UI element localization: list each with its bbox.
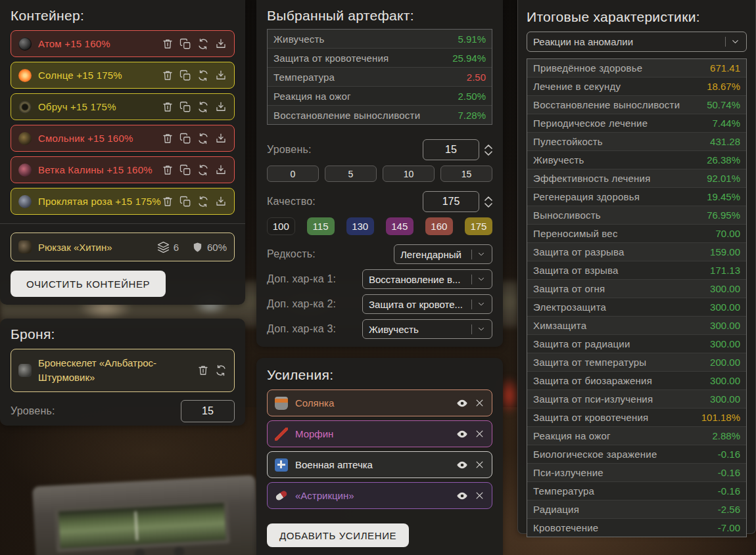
container-item[interactable]: Атом +15 160% — [11, 30, 235, 57]
spinner-down-icon[interactable] — [484, 203, 492, 208]
clear-container-button[interactable]: ОЧИСТИТЬ КОНТЕЙНЕР — [11, 271, 166, 297]
spinner-down-icon[interactable] — [484, 151, 492, 156]
boost-item[interactable]: Военная аптечка — [267, 451, 492, 478]
backpack-item[interactable]: Рюкзак «Хитин» 6 60% — [11, 233, 235, 261]
stat-label: Защита от биозаражения — [533, 375, 652, 386]
stat-label: Пулестойкость — [533, 136, 603, 147]
total-stat-row: Температура-0.16 — [527, 481, 746, 500]
armor-level-input[interactable] — [181, 400, 235, 422]
quality-input[interactable] — [423, 191, 479, 212]
extra-stat-3-select[interactable]: Живучесть — [362, 319, 492, 339]
totals-table: Приведённое здоровье671.41 Лечение в сек… — [527, 58, 747, 537]
quality-label: Качество: — [267, 196, 423, 208]
eye-icon[interactable] — [456, 397, 469, 409]
stat-label: Защита от взрыва — [533, 265, 619, 276]
stat-label: Защита от разрыва — [533, 246, 624, 257]
boost-item-label: «Астрикцин» — [295, 490, 354, 501]
radio-dial — [55, 499, 230, 552]
spinner-up-icon[interactable] — [484, 144, 492, 149]
quality-preset-button[interactable]: 100 — [267, 217, 295, 235]
stat-label: Лечение в секунду — [533, 81, 621, 92]
level-preset-button[interactable]: 0 — [267, 166, 319, 182]
total-stat-row: Защита от температуры200.00 — [527, 353, 746, 371]
stat-row: Защита от кровотечения 25.94% — [268, 48, 492, 67]
quality-preset-button[interactable]: 130 — [346, 217, 374, 235]
close-icon[interactable] — [475, 398, 484, 408]
stat-label: Периодическое лечение — [533, 118, 648, 129]
level-preset-button[interactable]: 15 — [440, 166, 492, 182]
trash-icon[interactable] — [162, 70, 174, 81]
copy-icon[interactable] — [179, 101, 191, 113]
stat-label: Биологическое заражение — [533, 449, 657, 460]
container-item[interactable]: Проклятая роза +15 175% — [11, 188, 235, 215]
stat-value: 26.38% — [707, 154, 740, 166]
boosts-title: Усиления: — [267, 367, 492, 383]
extra-stat-2-select[interactable]: Защита от кровоте... — [362, 294, 492, 314]
stat-value: 92.01% — [707, 173, 740, 184]
close-icon[interactable] — [475, 429, 484, 439]
boost-item-label: Военная аптечка — [295, 459, 373, 470]
stat-value: 200.00 — [710, 357, 740, 368]
container-item-label: Солнце +15 175% — [38, 70, 122, 81]
container-item[interactable]: Смольник +15 160% — [11, 125, 235, 152]
save-icon[interactable] — [215, 101, 227, 113]
total-stat-row: Радиация-2.56 — [527, 500, 746, 518]
save-icon[interactable] — [215, 38, 227, 50]
save-icon[interactable] — [215, 164, 227, 176]
level-input[interactable] — [423, 139, 479, 160]
boost-item[interactable]: «Астрикцин» — [267, 482, 492, 509]
level-preset-button[interactable]: 10 — [383, 166, 435, 182]
reroll-icon[interactable] — [197, 38, 209, 50]
stat-label: Химзащита — [533, 320, 586, 331]
extra-stat-1-select[interactable]: Восстановление в... — [362, 269, 492, 289]
quality-preset-button[interactable]: 175 — [465, 217, 492, 235]
trash-icon[interactable] — [162, 38, 174, 50]
add-boost-button[interactable]: ДОБАВИТЬ УСИЛЕНИЕ — [267, 523, 409, 547]
copy-icon[interactable] — [179, 70, 191, 81]
reroll-icon[interactable] — [197, 133, 209, 144]
save-icon[interactable] — [215, 133, 227, 144]
trash-icon[interactable] — [162, 164, 174, 176]
stat-row: Реакция на ожог 2.50% — [268, 86, 492, 105]
copy-icon[interactable] — [179, 164, 191, 176]
save-icon[interactable] — [215, 196, 227, 208]
eye-icon[interactable] — [456, 459, 469, 471]
rarity-select[interactable]: Легендарный — [394, 244, 492, 264]
totals-filter-select[interactable]: Реакции на аномалии — [527, 32, 747, 52]
total-stat-row: Выносливость76.95% — [527, 206, 746, 224]
reroll-icon[interactable] — [197, 196, 209, 208]
quality-preset-button[interactable]: 160 — [425, 217, 453, 235]
close-icon[interactable] — [475, 491, 484, 500]
quality-preset-button[interactable]: 145 — [386, 217, 413, 235]
eye-icon[interactable] — [456, 490, 469, 502]
stat-value: 70.00 — [715, 228, 740, 239]
trash-icon[interactable] — [162, 133, 174, 144]
background-radio — [32, 475, 260, 555]
stat-value: 2.88% — [712, 430, 740, 441]
reroll-icon[interactable] — [197, 70, 209, 81]
trash-icon[interactable] — [197, 365, 209, 376]
container-item[interactable]: Обруч +15 175% — [11, 93, 235, 120]
spinner-up-icon[interactable] — [484, 196, 492, 201]
level-preset-button[interactable]: 5 — [325, 166, 377, 182]
quality-preset-button[interactable]: 115 — [307, 217, 335, 235]
save-icon[interactable] — [215, 70, 227, 81]
reroll-icon[interactable] — [197, 164, 209, 176]
boost-item[interactable]: Солянка — [267, 389, 492, 416]
extra-stat-2-value: Защита от кровоте... — [369, 299, 466, 310]
container-item[interactable]: Ветка Калины +15 160% — [11, 156, 235, 183]
trash-icon[interactable] — [162, 101, 174, 113]
copy-icon[interactable] — [179, 133, 191, 144]
eye-icon[interactable] — [456, 428, 469, 440]
boost-item[interactable]: Морфин — [267, 420, 492, 447]
reroll-icon[interactable] — [197, 101, 209, 113]
copy-icon[interactable] — [179, 38, 191, 50]
reroll-icon[interactable] — [215, 365, 227, 376]
medkit-icon — [275, 458, 288, 472]
container-item[interactable]: Солнце +15 175% — [11, 62, 235, 89]
armor-level-label: Уровень: — [11, 405, 55, 417]
close-icon[interactable] — [475, 460, 484, 470]
armor-item[interactable]: Бронескелет «Альбатрос-Штурмовик» — [11, 349, 235, 392]
trash-icon[interactable] — [162, 196, 174, 208]
copy-icon[interactable] — [179, 196, 191, 208]
